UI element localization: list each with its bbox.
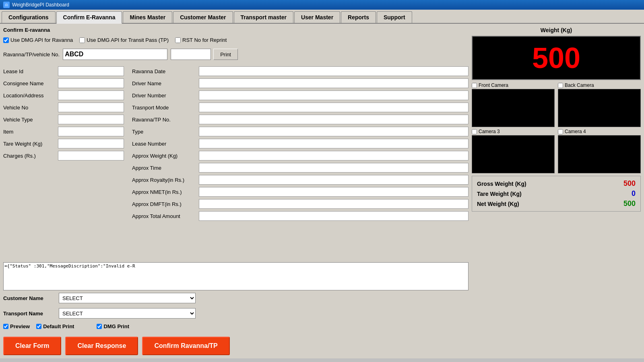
driver-name-row: Driver Name [132,78,469,88]
driver-name-label: Driver Name [132,80,196,86]
vehicle-type-input[interactable] [58,115,124,124]
front-camera-checkbox[interactable] [472,83,477,88]
default-print-checkbox[interactable] [36,324,41,329]
vehicle-no-input[interactable] [58,103,124,112]
confirm-ravanna-button[interactable]: Confirm Ravanna/TP [142,337,229,355]
ravanna-date-input[interactable] [199,66,469,76]
vehicle-no-label: Vehicle No [3,105,56,111]
title-bar: ⚖ WeighBridgePI Dashboard [0,0,644,10]
clear-form-button[interactable]: Clear Form [3,337,61,355]
tab-support[interactable]: Support [377,11,412,23]
tare-weight-row: Tare Weight (Kg) [3,139,124,148]
rst-input[interactable] [171,49,211,60]
charges-input[interactable] [58,151,124,160]
camera3-checkbox[interactable] [472,129,477,134]
camera4-feed [558,135,641,173]
driver-name-input[interactable] [199,78,469,88]
ravanna-tp-no-row: Ravanna/TP No. [132,115,469,124]
approx-dmft-row: Approx DMFT(in Rs.) [132,199,469,209]
net-weight-label: Net Weight (Kg) [477,201,519,207]
dmg-print-label: DMG Print [103,323,129,329]
form-columns: Lease IdConsignee NameLocation/AddressVe… [3,66,469,260]
front-camera-item: Front Camera [472,82,555,127]
dmg-api-ravanna-option[interactable]: Use DMG API for Ravanna [3,37,73,43]
rst-reprint-option[interactable]: RST No for Reprint [175,37,227,43]
approx-time-row: Approx Time [132,163,469,173]
driver-number-row: Driver Number [132,90,469,100]
cameras-section: Front Camera Back Camera Camera 3 [472,82,641,173]
approx-royalty-input[interactable] [199,175,469,185]
tare-weight-label: Tare Weight (Kg) [3,141,56,147]
transport-mode-input[interactable] [199,103,469,112]
tab-bar: ConfigurationsConfirm E-RavannaMines Mas… [0,10,644,24]
preview-option[interactable]: Preview [3,323,30,329]
transport-row: Transport Name SELECT [3,308,469,319]
tab-configurations[interactable]: Configurations [2,11,56,23]
item-label: Item [3,129,56,135]
tab-user-master[interactable]: User Master [294,11,340,23]
tare-weight-input[interactable] [58,139,124,148]
camera4-checkbox[interactable] [558,129,563,134]
back-camera-item: Back Camera [558,82,641,127]
vehicle-no-row: Vehicle No [3,103,124,112]
approx-weight-label: Approx Weight (Kg) [132,153,196,159]
approx-total-row: Approx Total Amount [132,211,469,221]
vehicle-input[interactable] [63,49,167,60]
approx-nmet-input[interactable] [199,187,469,197]
preview-checkbox[interactable] [3,324,8,329]
back-camera-checkbox[interactable] [558,83,563,88]
camera3-item: Camera 3 [472,129,555,173]
lease-id-row: Lease Id [3,66,124,76]
approx-royalty-row: Approx Royalty(in Rs.) [132,175,469,185]
section-title: Confirm E-ravanna [3,27,469,33]
approx-time-input[interactable] [199,163,469,173]
tab-customer-master[interactable]: Customer Master [173,11,233,23]
rst-row: Print [171,49,238,60]
ravanna-date-label: Ravanna Date [132,68,196,74]
approx-weight-input[interactable] [199,151,469,160]
dmg-print-checkbox[interactable] [97,324,102,329]
dmg-api-transit-label: Use DMG API for Transit Pass (TP) [87,37,169,43]
print-button[interactable]: Print [213,49,238,60]
item-row: Item [3,127,124,136]
lease-number-row: Lease Number [132,139,469,148]
weight-display-label: Weight (Kg) [472,27,641,33]
tab-confirm-eravanna[interactable]: Confirm E-Ravanna [56,11,122,24]
vehicle-row: Ravanna/TP/vehicle No. Print [3,49,469,60]
driver-number-input[interactable] [199,90,469,100]
tab-mines-master[interactable]: Mines Master [123,11,172,23]
transport-label: Transport Name [3,311,56,317]
camera3-label: Camera 3 [479,129,500,134]
consignee-name-input[interactable] [58,78,124,88]
dmg-api-ravanna-checkbox[interactable] [3,37,9,43]
location-address-input[interactable] [58,90,124,100]
back-camera-feed [558,89,641,127]
transport-select[interactable]: SELECT [59,308,196,319]
approx-royalty-label: Approx Royalty(in Rs.) [132,177,196,183]
customer-select[interactable]: SELECT [59,293,196,303]
tab-transport-master[interactable]: Transport master [234,11,293,23]
approx-total-input[interactable] [199,211,469,221]
customer-row: Customer Name SELECT [3,293,469,303]
options-row: Use DMG API for Ravanna Use DMG API for … [3,37,469,43]
top-cameras: Front Camera Back Camera [472,82,641,127]
tab-reports[interactable]: Reports [341,11,376,23]
item-input[interactable] [58,127,124,136]
response-textarea[interactable]: ={"Status" :301,"MessageDiscription":"In… [3,262,469,290]
lease-id-input[interactable] [58,66,124,76]
approx-dmft-input[interactable] [199,199,469,209]
gross-weight-value: 500 [603,179,636,188]
clear-response-button[interactable]: Clear Response [65,337,138,355]
lease-number-input[interactable] [199,139,469,148]
action-buttons: Clear Form Clear Response Confirm Ravann… [3,337,469,355]
weight-summary: Gross Weight (Kg) 500 Tare Weight (Kg) 0… [472,176,641,212]
rst-reprint-checkbox[interactable] [175,37,181,43]
tare-weight-label: Tare Weight (Kg) [477,191,522,197]
ravanna-tp-no-input[interactable] [199,115,469,124]
default-print-option[interactable]: Default Print [36,323,74,329]
dmg-api-transit-option[interactable]: Use DMG API for Transit Pass (TP) [79,37,169,43]
vehicle-type-label: Vehicle Type [3,117,56,123]
type-input[interactable] [199,127,469,136]
dmg-api-transit-checkbox[interactable] [79,37,85,43]
dmg-print-option[interactable]: DMG Print [97,323,129,329]
